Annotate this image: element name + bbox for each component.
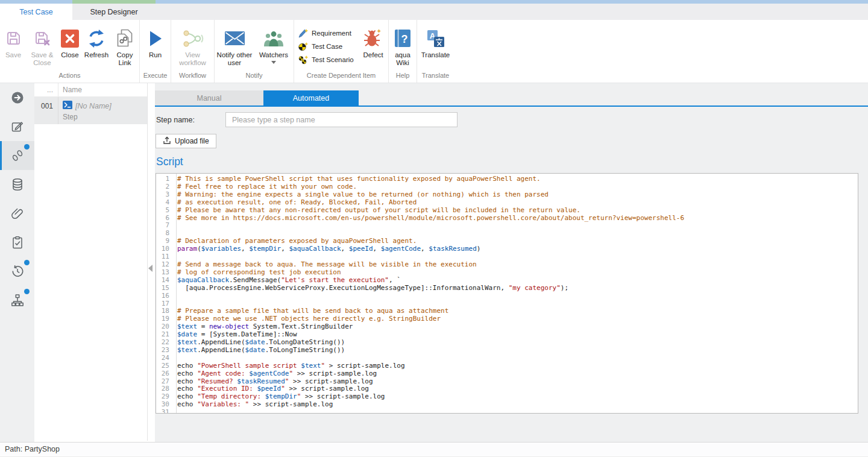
tab-manual[interactable]: Manual <box>155 90 263 106</box>
test-scenario-icon <box>298 55 310 65</box>
create-requirement-button[interactable]: Requirement <box>294 27 358 40</box>
sidebar-item-tasks[interactable] <box>0 228 34 257</box>
code-line[interactable]: 23$text.AppendLine($date.ToLongTimeStrin… <box>156 347 858 355</box>
step-row-number: 001 <box>34 97 58 124</box>
steps-list-header: ... Name <box>34 83 147 97</box>
translate-button[interactable]: A Translate <box>417 21 454 73</box>
line-number: 1 <box>156 175 174 183</box>
arrow-right-circle-icon <box>10 90 25 105</box>
notification-badge <box>24 144 30 150</box>
sidebar-item-history[interactable] <box>0 257 34 286</box>
step-designer-main: Manual Automated Step name: Upload file … <box>155 83 868 442</box>
code-line[interactable]: 7 <box>156 222 858 230</box>
sidebar-item-open[interactable] <box>0 83 34 112</box>
code-line[interactable]: 6# See more in https://docs.microsoft.co… <box>156 215 858 222</box>
line-number: 5 <box>156 207 174 215</box>
requirement-icon <box>298 29 310 38</box>
line-number: 31 <box>156 409 174 414</box>
line-number: 22 <box>156 339 174 347</box>
upload-file-label: Upload file <box>175 137 209 145</box>
group-label-translate: Translate <box>417 72 454 79</box>
translate-icon: A <box>427 27 445 49</box>
code-line[interactable]: 10param($variables, $tempDir, $aquaCallb… <box>156 245 858 253</box>
create-defect-label: Defect <box>363 51 383 59</box>
create-test-case-button[interactable]: Test Case <box>294 40 358 53</box>
run-icon <box>148 27 163 49</box>
watchers-label: Watchers <box>259 51 288 59</box>
code-line[interactable]: 16 <box>156 292 858 300</box>
sidebar-item-data[interactable] <box>0 170 34 199</box>
save-and-close-button: Save & Close <box>27 21 58 73</box>
run-label: Run <box>149 51 162 59</box>
active-tab-underline <box>155 106 868 107</box>
ribbon-group-notify: Notify other user Watchers Notify <box>215 20 294 83</box>
create-test-scenario-button[interactable]: Test Scenario <box>294 53 358 66</box>
step-row[interactable]: 001 [No Name] Step <box>34 97 147 124</box>
steps-list-panel: ... Name 001 [No Name] Step <box>34 83 148 441</box>
ribbon-group-workflow: View workflow Workflow <box>171 20 215 83</box>
close-button[interactable]: Close <box>58 21 82 73</box>
line-number: 25 <box>156 362 174 370</box>
notification-badge <box>24 289 30 294</box>
script-lines: 1# This is sample PowerShell script that… <box>156 174 858 414</box>
line-number: 23 <box>156 347 174 355</box>
hierarchy-icon <box>10 293 25 307</box>
group-label-actions: Actions <box>0 72 139 79</box>
panel-collapse-handle[interactable] <box>148 265 153 272</box>
sidebar-item-hierarchy[interactable] <box>0 286 34 315</box>
ribbon-group-translate: A Translate Translate <box>417 20 454 83</box>
code-line[interactable]: 30echo "Variables: " >> script-sample.lo… <box>156 401 858 409</box>
chevron-down-icon[interactable] <box>271 60 276 64</box>
notify-other-user-button[interactable]: Notify other user <box>215 21 254 73</box>
tab-test-case[interactable]: Test Case <box>0 4 72 20</box>
code-line[interactable]: 15 [aqua.ProcessEngine.WebServiceProxy.E… <box>156 285 858 292</box>
edit-icon <box>10 119 25 134</box>
notify-other-user-label: Notify other user <box>215 51 254 67</box>
refresh-button[interactable]: Refresh <box>82 21 111 73</box>
step-name-input[interactable] <box>225 112 458 127</box>
line-number: 3 <box>156 191 174 199</box>
line-number: 2 <box>156 183 174 191</box>
group-label-create-dependent-item: Create Dependent Item <box>294 72 388 79</box>
create-test-scenario-label: Test Scenario <box>312 56 354 63</box>
save-and-close-label: Save & Close <box>27 51 58 67</box>
view-workflow-button: View workflow <box>171 21 214 73</box>
group-label-workflow: Workflow <box>171 72 214 79</box>
line-number: 24 <box>156 355 174 362</box>
line-number: 12 <box>156 261 174 269</box>
code-line[interactable]: 31 <box>156 409 858 414</box>
clipboard-check-icon <box>10 235 25 250</box>
step-name-label: Step name: <box>156 116 195 124</box>
sidebar-item-edit[interactable] <box>0 112 34 141</box>
powershell-icon <box>63 101 72 111</box>
tab-step-designer[interactable]: Step Designer <box>72 4 156 20</box>
ribbon-group-create-dependent-item: Requirement Test Case Test Scenario <box>294 20 389 83</box>
script-heading: Script <box>156 156 183 168</box>
create-defect-button[interactable]: Defect <box>358 21 388 73</box>
line-number: 13 <box>156 269 174 277</box>
path-text: Path: PartyShop <box>5 445 60 453</box>
sidebar-item-attachments[interactable] <box>0 199 34 228</box>
close-icon <box>61 27 79 49</box>
script-editor[interactable]: 1# This is sample PowerShell script that… <box>156 173 858 414</box>
sidebar <box>0 83 34 442</box>
watchers-button[interactable]: Watchers <box>254 21 293 73</box>
upload-icon <box>163 136 171 146</box>
sidebar-item-steps[interactable] <box>0 141 34 170</box>
column-header-name[interactable]: Name <box>58 83 147 96</box>
aqua-wiki-button[interactable]: ? aqua Wiki <box>389 21 417 73</box>
tab-automated[interactable]: Automated <box>263 90 359 106</box>
step-row-subtitle: Step <box>63 113 147 121</box>
group-label-notify: Notify <box>215 72 294 79</box>
create-test-case-label: Test Case <box>312 43 342 50</box>
column-header-more[interactable]: ... <box>34 83 58 96</box>
run-button[interactable]: Run <box>140 21 171 73</box>
copy-link-button[interactable]: Copy Link <box>111 21 139 73</box>
aqua-wiki-label: aqua Wiki <box>389 51 417 67</box>
workflow-icon <box>181 27 204 49</box>
create-requirement-label: Requirement <box>312 30 351 37</box>
upload-file-button[interactable]: Upload file <box>156 134 216 148</box>
history-icon <box>10 264 25 279</box>
save-icon <box>5 27 22 49</box>
save-and-close-icon <box>34 27 51 49</box>
